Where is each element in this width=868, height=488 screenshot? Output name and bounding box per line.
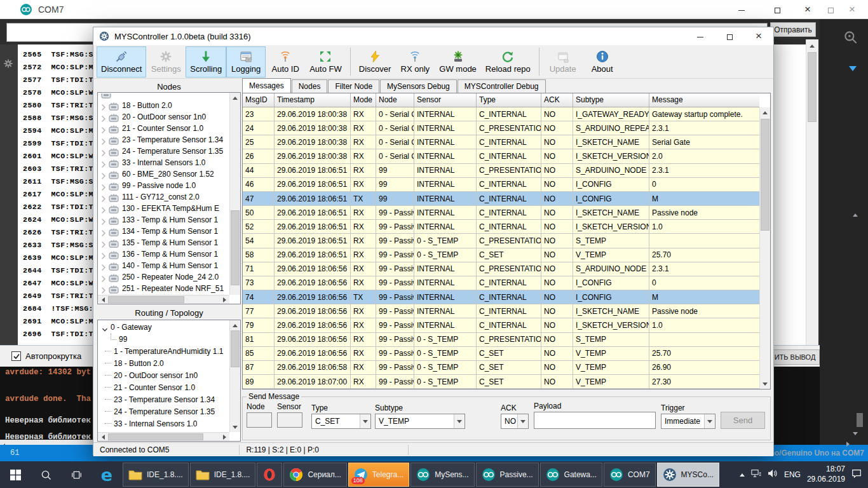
edge-icon[interactable]: e <box>92 461 122 488</box>
tree-item-node-130[interactable]: 130 - EFEKTA Temp&Hum E <box>98 203 229 214</box>
type-select[interactable]: C_SET <box>311 414 371 429</box>
table-row-msg-23[interactable]: 2329.06.2019 18:00:38RX0 - Serial GINTER… <box>243 107 759 121</box>
routing-item-99[interactable]: 99 <box>98 333 229 345</box>
toolbar-button-logging[interactable]: Logging <box>226 46 266 78</box>
com7-send-button[interactable]: Отправить <box>770 22 816 37</box>
routing-tree-hscrollbar[interactable] <box>98 432 229 441</box>
com7-maximize-button[interactable] <box>768 4 787 15</box>
serial-monitor-icon[interactable] <box>843 29 859 46</box>
routing-item-20-outdoor-sensor-1n0[interactable]: 20 - OutDoor sensor 1n0 <box>98 369 229 381</box>
tree-item-node-20[interactable]: 20 - OutDoor sensor 1n0 <box>98 111 229 123</box>
app-maximize-button[interactable] <box>715 27 744 45</box>
tree-item-node-133[interactable]: 133 - Temp & Hum Sensor 1 <box>98 214 229 226</box>
tree-item-node-24[interactable]: 24 - Temperature Sensor 1.35 <box>98 146 229 157</box>
send-button[interactable]: Send <box>721 412 765 429</box>
column-header-timestamp[interactable]: Timestamp <box>275 93 351 107</box>
column-header-mode[interactable]: Mode <box>351 93 376 107</box>
taskbar-button-opera[interactable] <box>257 463 282 487</box>
clear-output-button[interactable]: ИТЬ ВЫВОД <box>770 349 820 365</box>
tree-item-node-140[interactable]: 140 - Temp & Hum Sensor 1 <box>98 260 229 271</box>
tab-nodes[interactable]: Nodes <box>292 79 328 93</box>
tray-expand-icon[interactable] <box>740 473 745 477</box>
table-row-msg-52[interactable]: 5229.06.2019 18:06:51RX99 - PassivINTERN… <box>243 220 759 234</box>
column-header-ack[interactable]: ACK <box>541 93 573 107</box>
taskbar-button-com7[interactable]: COM7 <box>604 463 656 487</box>
column-header-subtype[interactable]: Subtype <box>573 93 649 107</box>
toolbar-button-scrolling[interactable]: Scrolling <box>186 46 226 78</box>
table-row-msg-71[interactable]: 7129.06.2019 18:06:56RX99 - PassivINTERN… <box>243 262 759 276</box>
table-row-msg-54[interactable]: 5429.06.2019 18:06:51RX99 - Passiv0 - S_… <box>243 234 759 248</box>
toolbar-button-reload-repo[interactable]: Reload repo <box>481 46 535 78</box>
scroll-down-icon[interactable] <box>853 432 858 435</box>
routing-item-23-temperature-sensor-1-34[interactable]: 23 - Temperature Sensor 1.34 <box>98 393 229 405</box>
com7-scrollbar[interactable] <box>806 39 818 345</box>
tab-mysensors-debug[interactable]: MySensors Debug <box>380 79 457 93</box>
tree-item-node-111[interactable]: 111 - GY712_const 2.0 <box>98 191 229 203</box>
tree-item-node-18[interactable]: 18 - Button 2.0 <box>98 100 229 111</box>
table-row-msg-85[interactable]: 8529.06.2019 18:06:56RX99 - Passiv0 - S_… <box>243 347 759 361</box>
toolbar-button-settings[interactable]: Settings <box>146 46 186 78</box>
tree-item-node-134[interactable]: 134 - Temp & Hum Sensor 1 <box>98 226 229 237</box>
table-row-msg-46[interactable]: 4629.06.2019 18:06:51RX99INTERNALC_INTER… <box>243 178 759 192</box>
taskbar-button-ide-1-8[interactable]: IDE_1.8.... <box>190 463 256 487</box>
language-indicator[interactable]: ENG <box>784 470 801 479</box>
tree-item-node-136[interactable]: 136 - Temp & Hum Sensor 1 <box>98 248 229 260</box>
tree-item-node-135[interactable]: 135 - Temp & Hum Sensor 1 <box>98 237 229 248</box>
taskbar-button-[interactable]: Сериал... <box>283 463 346 487</box>
node-input[interactable] <box>247 412 272 428</box>
table-row-msg-87[interactable]: 8729.06.2019 18:06:58RX99 - Passiv0 - S_… <box>243 361 759 375</box>
toolbar-button-rx-only[interactable]: RX only <box>395 46 435 78</box>
search-icon[interactable] <box>31 461 61 488</box>
taskbar-button-passive[interactable]: Passive... <box>476 463 539 487</box>
table-row-msg-25[interactable]: 2529.06.2019 18:00:38RX0 - Serial GINTER… <box>243 135 759 149</box>
toolbar-button-update[interactable]: Update <box>543 46 583 78</box>
routing-item-1-temperatureandhumidity-1-1[interactable]: 1 - TemperatureAndHumidity 1.1 <box>98 345 229 357</box>
nodes-tree-vscrollbar[interactable] <box>229 93 240 295</box>
chevron-down-icon[interactable] <box>849 66 857 71</box>
clock[interactable]: 18:07 29.06.2019 <box>807 464 845 484</box>
ack-select[interactable]: NO <box>501 414 529 429</box>
task-view-icon[interactable] <box>61 461 92 488</box>
column-header-node[interactable]: Node <box>376 93 414 107</box>
toolbar-button-discover[interactable]: Discover <box>355 46 396 78</box>
column-header-message[interactable]: Message <box>649 93 759 107</box>
ide-close-button[interactable]: × <box>843 3 862 16</box>
com7-close-button[interactable]: × <box>798 3 817 16</box>
trigger-select[interactable]: Immediate <box>661 414 715 429</box>
toolbar-button-about[interactable]: About <box>583 46 622 78</box>
volume-icon[interactable] <box>768 468 778 481</box>
column-header-type[interactable]: Type <box>477 93 541 107</box>
tree-item-node-21[interactable]: 21 - Counter Sensor 1.0 <box>98 123 229 134</box>
toolbar-button-gw-mode[interactable]: GW mode <box>435 46 481 78</box>
table-row-msg-81[interactable]: 8129.06.2019 18:06:56RX99 - Passiv0 - S_… <box>243 333 759 347</box>
table-row-msg-74[interactable]: 7429.06.2019 18:06:56TX99 - PassivINTERN… <box>243 290 759 304</box>
table-row-msg-79[interactable]: 7929.06.2019 18:06:56RX99 - PassivINTERN… <box>243 318 759 332</box>
subtype-select[interactable]: V_TEMP <box>375 414 465 429</box>
taskbar-button-mysco[interactable]: MYSCo... <box>657 463 719 487</box>
column-header-msgid[interactable]: MsgID <box>243 93 275 107</box>
column-header-sensor[interactable]: Sensor <box>414 93 477 107</box>
taskbar-button-ide-1-8[interactable]: IDE_1.8.... <box>123 463 189 487</box>
routing-item-0-gateway[interactable]: 0 - Gateway <box>98 321 229 333</box>
tree-item-node-23[interactable]: 23 - Temperature Sensor 1.34 <box>98 134 229 146</box>
table-row-msg-24[interactable]: 2429.06.2019 18:00:38RX0 - Serial GINTER… <box>243 121 759 135</box>
com7-minimize-button[interactable] <box>732 4 751 15</box>
table-row-msg-50[interactable]: 5029.06.2019 18:06:51RX99 - PassivINTERN… <box>243 206 759 220</box>
scroll-right-icon[interactable] <box>846 442 850 447</box>
tree-item-node-251[interactable]: 251 - Repeater Node NRF_51 <box>98 283 229 294</box>
table-row-msg-58[interactable]: 5829.06.2019 18:06:51RX99 - Passiv0 - S_… <box>243 248 759 262</box>
tree-item-node-250[interactable]: 250 - Repeater Node_24 2.0 <box>98 271 229 283</box>
sensor-input[interactable] <box>277 412 302 428</box>
routing-item-21-counter-sensor-1-0[interactable]: 21 - Counter Sensor 1.0 <box>98 381 229 393</box>
start-button[interactable] <box>0 461 31 488</box>
tree-item-node-60[interactable]: 60 - BME_280 Sensor 1.52 <box>98 168 229 180</box>
tab-filter-node[interactable]: Filter Node <box>328 79 379 93</box>
routing-item-18-button-2-0[interactable]: 18 - Button 2.0 <box>98 357 229 369</box>
table-row-msg-89[interactable]: 8929.06.2019 18:07:00RX99 - Passiv0 - S_… <box>243 375 759 389</box>
tab-messages[interactable]: Messages <box>242 78 291 93</box>
toolbar-button-auto-id[interactable]: Auto ID <box>266 46 305 78</box>
table-row-msg-47[interactable]: 4729.06.2019 18:06:51TX99INTERNALC_INTER… <box>243 192 759 206</box>
table-row-msg-77[interactable]: 7729.06.2019 18:06:56RX99 - PassivINTERN… <box>243 304 759 318</box>
toolbar-button-auto-fw[interactable]: Auto FW <box>305 46 346 78</box>
toolbar-button-disconnect[interactable]: Disconnect <box>97 46 146 78</box>
